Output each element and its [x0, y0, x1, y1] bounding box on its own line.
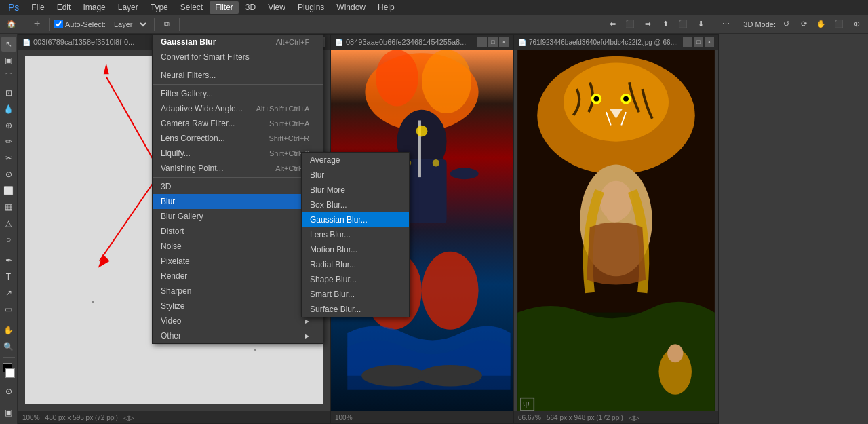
- crop-tool[interactable]: ⊡: [1, 85, 16, 100]
- gradient-tool[interactable]: ▦: [1, 199, 16, 214]
- menu-window[interactable]: Window: [331, 1, 371, 14]
- align-right-btn[interactable]: ➡: [640, 17, 655, 32]
- blur-item-radial[interactable]: Radial Blur...: [302, 257, 409, 272]
- menu-help[interactable]: Help: [372, 1, 400, 14]
- doc-controls-2: _ □ ×: [477, 37, 509, 47]
- hand-tool[interactable]: ✋: [1, 323, 16, 338]
- auto-select-group: Auto-Select: Layer Group: [54, 18, 149, 31]
- blur-item-lens[interactable]: Lens Blur...: [302, 227, 409, 242]
- type-tool[interactable]: T: [1, 269, 16, 284]
- blur-item-shape[interactable]: Shape Blur...: [302, 272, 409, 287]
- doc-maximize-2[interactable]: □: [488, 37, 498, 47]
- filter-item-pixelate[interactable]: Pixelate: [153, 254, 323, 269]
- divider-2: [49, 18, 50, 31]
- doc-minimize-2[interactable]: _: [477, 37, 487, 47]
- menu-select[interactable]: Select: [175, 1, 208, 14]
- filter-item-render[interactable]: Render: [153, 269, 323, 284]
- blur-item-blur-more[interactable]: Blur More: [302, 182, 409, 197]
- color-swatch[interactable]: [1, 363, 16, 378]
- menu-layer[interactable]: Layer: [113, 1, 144, 14]
- 3d-slide-btn[interactable]: ⬛: [831, 17, 846, 32]
- doc-close-3[interactable]: ×: [705, 37, 714, 47]
- blur-item-surface[interactable]: Surface Blur...: [302, 302, 409, 317]
- options-bar: 🏠 ✛ Auto-Select: Layer Group ⧉ ⬅ ⬛ ➡ ⬆ ⬛…: [0, 15, 868, 34]
- home-btn[interactable]: 🏠: [4, 17, 19, 32]
- filter-item-video[interactable]: Video: [153, 313, 323, 328]
- brush-tool[interactable]: ✏: [1, 134, 16, 149]
- blur-item-motion[interactable]: Motion Blur...: [302, 242, 409, 257]
- filter-item-camera-raw[interactable]: Camera Raw Filter... Shift+Ctrl+A: [153, 116, 323, 131]
- blur-item-gaussian[interactable]: Gaussian Blur...: [302, 212, 409, 227]
- eyedrop-tool[interactable]: 💧: [1, 102, 16, 117]
- screen-mode-tool[interactable]: ▣: [1, 405, 16, 420]
- filter-item-noise[interactable]: Noise: [153, 239, 323, 254]
- filter-item-3d[interactable]: 3D: [153, 179, 323, 194]
- filter-item-liquify[interactable]: Liquify... Shift+Ctrl+X: [153, 146, 323, 161]
- filter-item-smart-filters[interactable]: Convert for Smart Filters: [153, 50, 323, 64]
- filter-item-adaptive[interactable]: Adaptive Wide Angle... Alt+Shift+Ctrl+A: [153, 101, 323, 116]
- filter-item-blur-gallery[interactable]: Blur Gallery: [153, 209, 323, 224]
- zoom-tool[interactable]: 🔍: [1, 339, 16, 354]
- menu-filter[interactable]: Filter: [210, 1, 239, 14]
- doc-close-2[interactable]: ×: [499, 37, 509, 47]
- clone-tool[interactable]: ✂: [1, 151, 16, 166]
- filter-item-sharpen[interactable]: Sharpen: [153, 284, 323, 298]
- menu-type[interactable]: Type: [145, 1, 174, 14]
- menu-edit[interactable]: Edit: [52, 1, 77, 14]
- shape-tool[interactable]: ▭: [1, 302, 16, 317]
- align-top-btn[interactable]: ⬆: [658, 17, 673, 32]
- filter-item-blur[interactable]: Blur: [153, 194, 323, 209]
- quick-mask-tool[interactable]: ⊙: [1, 384, 16, 399]
- ps-logo[interactable]: Ps: [3, 1, 24, 14]
- blur-item-box[interactable]: Box Blur...: [302, 197, 409, 212]
- filter-item-stylize[interactable]: Stylize: [153, 298, 323, 313]
- menu-view[interactable]: View: [262, 1, 291, 14]
- doc-title-3: 761f923446baefd3640efd4bdc4c22f2.jpg @ 6…: [529, 39, 678, 46]
- filter-item-gaussian-recent-label: Gaussian Blur: [161, 37, 216, 47]
- align-left-btn[interactable]: ⬅: [605, 17, 620, 32]
- 3d-rotate-btn[interactable]: ↺: [778, 17, 793, 32]
- align-bottom-btn[interactable]: ⬇: [693, 17, 708, 32]
- 3d-roll-btn[interactable]: ⟳: [796, 17, 811, 32]
- menu-image[interactable]: Image: [77, 1, 111, 14]
- move-tool[interactable]: ↖: [1, 37, 16, 52]
- menu-plugins[interactable]: Plugins: [292, 1, 330, 14]
- filter-item-distort[interactable]: Distort: [153, 224, 323, 239]
- filter-item-noise-label: Noise: [161, 242, 182, 251]
- align-center-btn[interactable]: ⬛: [623, 17, 637, 32]
- select-tool[interactable]: ▣: [1, 53, 16, 68]
- move-tool-btn[interactable]: ✛: [29, 17, 44, 32]
- menu-file[interactable]: File: [26, 1, 50, 14]
- blur-tool[interactable]: △: [1, 216, 16, 231]
- svg-point-21: [416, 126, 428, 137]
- 3d-drag-btn[interactable]: ✋: [814, 17, 829, 32]
- blur-item-average[interactable]: Average: [302, 153, 409, 168]
- blur-item-smart[interactable]: Smart Blur...: [302, 287, 409, 302]
- menu-3d[interactable]: 3D: [240, 1, 261, 14]
- pen-tool[interactable]: ✒: [1, 253, 16, 268]
- transform-btn[interactable]: ⧉: [159, 17, 174, 32]
- layer-select[interactable]: Layer Group: [108, 18, 149, 31]
- heal-tool[interactable]: ⊕: [1, 118, 16, 133]
- extras-btn[interactable]: ⋯: [718, 17, 733, 32]
- filter-item-other[interactable]: Other: [153, 328, 323, 343]
- dodge-tool[interactable]: ○: [1, 232, 16, 247]
- background-color[interactable]: [5, 368, 15, 378]
- align-mid-btn[interactable]: ⬛: [675, 17, 690, 32]
- doc-maximize-3[interactable]: □: [694, 37, 703, 47]
- 3d-scale-btn[interactable]: ⊕: [849, 17, 864, 32]
- filter-item-gaussian-recent[interactable]: Gaussian Blur Alt+Ctrl+F: [153, 35, 323, 50]
- doc-minimize-3[interactable]: _: [683, 37, 692, 47]
- lasso-tool[interactable]: ⌒: [1, 69, 16, 84]
- filter-item-gallery[interactable]: Filter Gallery...: [153, 86, 323, 101]
- path-tool[interactable]: ↗: [1, 286, 16, 301]
- blur-item-blur[interactable]: Blur: [302, 168, 409, 182]
- filter-item-neural[interactable]: Neural Filters...: [153, 68, 323, 83]
- eraser-tool[interactable]: ⬜: [1, 183, 16, 198]
- filter-item-vanishing[interactable]: Vanishing Point... Alt+Ctrl+V: [153, 161, 323, 176]
- filter-dropdown-menu: Gaussian Blur Alt+Ctrl+F Convert for Sma…: [152, 34, 323, 344]
- doc-statusbar-2: 100%: [331, 411, 513, 423]
- filter-item-lens[interactable]: Lens Correction... Shift+Ctrl+R: [153, 131, 323, 146]
- history-tool[interactable]: ⊙: [1, 167, 16, 182]
- auto-select-checkbox[interactable]: [54, 20, 63, 28]
